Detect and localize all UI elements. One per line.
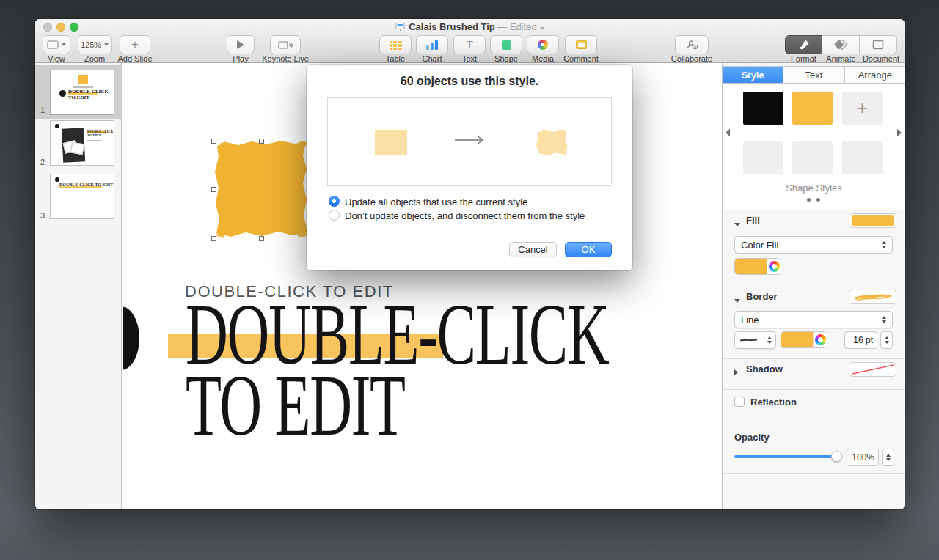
- chevron-down-icon: [104, 43, 109, 46]
- radio-update-all[interactable]: [329, 196, 340, 207]
- text-button[interactable]: T: [453, 35, 486, 54]
- cancel-button[interactable]: Cancel: [509, 242, 557, 257]
- inspector-segment: [785, 35, 897, 54]
- zoom-select[interactable]: 125%: [78, 35, 112, 54]
- updown-chevrons-icon: [767, 336, 772, 344]
- shape-styles-panel: + Shape Styles: [723, 84, 905, 210]
- color-picker-button[interactable]: [813, 332, 827, 347]
- border-color-well[interactable]: [781, 331, 827, 348]
- shadow-disclosure[interactable]: [734, 366, 738, 377]
- format-inspector: Style Text Arrange + Shape Styles Fill C…: [722, 63, 905, 509]
- fill-type-select[interactable]: Color Fill: [734, 236, 893, 254]
- document-tab-button[interactable]: [860, 35, 897, 54]
- shape-style-black[interactable]: [743, 92, 783, 125]
- collaborate-button[interactable]: [675, 35, 709, 54]
- border-width-field[interactable]: 16 pt: [844, 331, 877, 349]
- keynote-window: Calais Brushed Tip — Edited View 125% Zo…: [35, 19, 905, 509]
- border-section-label: Border: [746, 291, 778, 302]
- slide-thumbnail-2[interactable]: DOUBLE-CLICK TO EDIT: [50, 120, 114, 166]
- slide-number-2: 2: [40, 158, 45, 166]
- fill-color-preview: [852, 215, 894, 226]
- shape-style-yellow[interactable]: [792, 92, 833, 125]
- add-shape-style-button[interactable]: +: [842, 92, 883, 125]
- border-type-value: Line: [741, 314, 759, 325]
- line-style-select[interactable]: [734, 331, 776, 349]
- format-label: Format: [785, 54, 822, 63]
- chart-button[interactable]: [416, 35, 448, 54]
- paintbrush-icon: [798, 39, 810, 51]
- selection-handle-w[interactable]: [211, 187, 216, 192]
- shape-style-empty-2[interactable]: [792, 141, 833, 174]
- title-chevron-down-icon[interactable]: [540, 27, 544, 30]
- thumb2-polaroid-2: [70, 142, 84, 155]
- stepper-down-icon: [886, 458, 891, 461]
- opacity-slider-track[interactable]: [734, 455, 840, 458]
- opacity-stepper[interactable]: [882, 449, 894, 466]
- styles-prev-arrow[interactable]: [726, 129, 730, 136]
- shape-button[interactable]: [490, 35, 522, 54]
- border-preview-swatch[interactable]: [850, 290, 896, 304]
- selection-handle-sw[interactable]: [211, 236, 216, 241]
- table-button[interactable]: [379, 35, 412, 54]
- comment-button[interactable]: [565, 35, 597, 54]
- selection-handle-n[interactable]: [259, 139, 264, 144]
- keynote-live-label: Keynote Live: [260, 54, 311, 63]
- keynote-live-button[interactable]: [270, 35, 301, 54]
- dialog-title: 60 objects use this style.: [307, 75, 632, 88]
- play-button[interactable]: [227, 35, 255, 54]
- chart-icon: [426, 40, 438, 50]
- thumb1-black-circle: [59, 90, 66, 97]
- inspector-tabs: Style Text Arrange: [723, 66, 905, 84]
- selection-handle-s[interactable]: [259, 236, 264, 241]
- tab-style[interactable]: Style: [723, 67, 783, 83]
- shape-style-empty-3[interactable]: [842, 141, 883, 174]
- border-disclosure[interactable]: [734, 294, 740, 305]
- fill-color-swatch[interactable]: [735, 259, 767, 274]
- slide-thumbnail-3[interactable]: DOUBLE-CLICK TO EDIT: [50, 174, 114, 219]
- animate-tab-button[interactable]: [822, 35, 860, 54]
- edited-label: — Edited: [497, 21, 536, 32]
- shadow-preview-swatch[interactable]: [850, 362, 896, 377]
- text-icon: T: [466, 39, 472, 51]
- tab-arrange[interactable]: Arrange: [845, 67, 905, 83]
- fill-disclosure[interactable]: [734, 218, 740, 229]
- styles-next-arrow[interactable]: [897, 129, 902, 136]
- slide-thumbnail-1[interactable]: DOUBLE-CLICK TO EDIT: [50, 70, 114, 115]
- border-type-select[interactable]: Line: [734, 311, 893, 328]
- shape-style-empty-1[interactable]: [743, 141, 783, 174]
- animate-label: Animate: [822, 54, 860, 63]
- stepper-down-icon: [885, 341, 889, 344]
- view-panels-icon: [47, 40, 59, 49]
- styles-page-dot-1[interactable]: [807, 198, 811, 202]
- black-half-circle-shape[interactable]: [123, 306, 139, 370]
- media-button[interactable]: [527, 35, 559, 54]
- view-button[interactable]: [43, 35, 70, 54]
- add-slide-button[interactable]: +: [120, 35, 150, 54]
- selection-handle-nw[interactable]: [211, 139, 216, 144]
- tab-text[interactable]: Text: [783, 67, 844, 83]
- styles-page-dot-2[interactable]: [816, 198, 820, 202]
- play-label: Play: [219, 54, 262, 63]
- ok-button[interactable]: OK: [565, 242, 612, 257]
- opacity-slider-thumb[interactable]: [831, 451, 842, 462]
- opacity-value-field[interactable]: 100%: [847, 449, 879, 466]
- big-title-line2[interactable]: TO EDIT: [186, 363, 405, 449]
- fill-color-well[interactable]: [734, 258, 781, 275]
- play-icon: [237, 40, 244, 49]
- slide-number-1: 1: [40, 106, 45, 114]
- shadow-section-label: Shadow: [746, 364, 783, 375]
- reflection-checkbox[interactable]: [734, 397, 745, 407]
- fill-preview-swatch[interactable]: [850, 213, 896, 228]
- format-tab-button[interactable]: [785, 35, 822, 54]
- text-label: Text: [453, 54, 486, 63]
- radio-dont-update[interactable]: [329, 210, 340, 221]
- zoom-label: Zoom: [73, 54, 116, 63]
- border-brush-preview-icon: [852, 291, 894, 303]
- border-width-stepper[interactable]: [880, 331, 893, 349]
- yellow-brushed-square-shape[interactable]: [212, 138, 312, 242]
- arrow-right-icon: [453, 135, 486, 145]
- shape-label: Shape: [490, 54, 522, 63]
- border-color-swatch[interactable]: [781, 332, 813, 347]
- radio-dont-update-label: Don’t update objects, and disconnect the…: [345, 210, 585, 221]
- color-picker-button[interactable]: [767, 259, 781, 274]
